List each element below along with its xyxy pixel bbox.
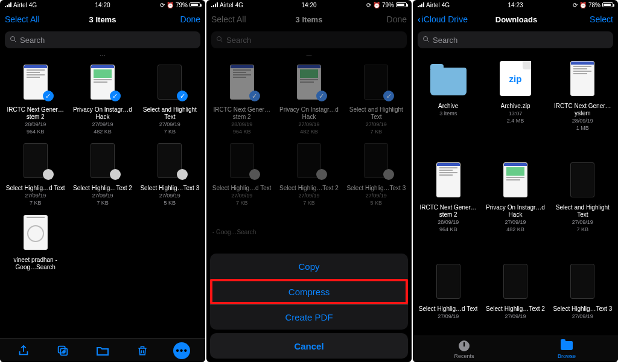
- select-button[interactable]: Select: [565, 14, 613, 24]
- file-cell[interactable]: Select Highlig…d Text27/09/19: [416, 260, 480, 343]
- file-name: Select Highlig…Text 2: [486, 305, 545, 313]
- file-cell[interactable]: zipArchive.zip13:072.4 MB: [483, 57, 547, 155]
- selection-badge[interactable]: [110, 169, 121, 180]
- file-meta: 27/09/197 KB: [25, 193, 46, 206]
- selection-badge[interactable]: ✓: [177, 91, 188, 101]
- file-meta: 27/09/197 KB: [231, 193, 252, 206]
- battery-percent: 79%: [382, 2, 394, 8]
- file-name: Select Highlig…Text 3: [346, 185, 406, 192]
- network-label: 4G: [235, 2, 243, 8]
- file-meta: 3 items: [439, 110, 457, 118]
- clock-label: 14:23: [508, 2, 523, 8]
- file-cell[interactable]: ✓Select and Highlight Text27/09/197 KB: [138, 60, 202, 135]
- selection-badge[interactable]: [177, 169, 188, 180]
- nav-bar: Select All 3 Items Done: [0, 10, 205, 29]
- file-cell: Select Highlig…Text 327/09/195 KB: [345, 139, 408, 206]
- file-meta: 28/09/19964 KB: [231, 121, 252, 135]
- tab-recents[interactable]: Recents: [413, 336, 515, 362]
- file-cell[interactable]: Select Highlig…Text 227/09/19: [483, 260, 547, 343]
- nav-title: 3 Items: [296, 15, 323, 24]
- file-cell[interactable]: IRCTC Next Gener…ystem28/09/191 MB: [551, 57, 614, 155]
- file-name: IRCTC Next Gener…stem 2: [210, 106, 273, 121]
- selection-badge[interactable]: ✓: [249, 91, 260, 101]
- file-thumb: [503, 162, 527, 197]
- duplicate-button[interactable]: [54, 342, 71, 359]
- file-cell: ✓Select and Highlight Text27/09/197 KB: [345, 60, 408, 135]
- screen-1-select-mode: Airtel 4G 14:20 ⟳ ⏰ 79% Select All 3 Ite…: [0, 0, 205, 362]
- file-name: Archive: [438, 103, 458, 110]
- file-meta: 27/09/19482 KB: [92, 121, 113, 135]
- tab-label: Recents: [454, 353, 474, 359]
- file-cell[interactable]: Select Highlig…d Text27/09/197 KB: [4, 139, 67, 206]
- selection-badge[interactable]: ✓: [110, 91, 121, 101]
- trash-button[interactable]: [134, 342, 151, 359]
- file-cell[interactable]: Select Highlig…Text 327/09/195 KB: [138, 139, 202, 206]
- nav-bar: Select All 3 Items Done: [206, 10, 412, 29]
- action-compress[interactable]: Compress: [210, 279, 408, 304]
- share-button[interactable]: [15, 342, 32, 359]
- selection-badge[interactable]: ✓: [383, 91, 394, 101]
- file-thumb: [570, 61, 594, 96]
- file-meta: 27/09/19: [572, 313, 593, 321]
- select-all-button: Select All: [211, 14, 260, 24]
- action-copy[interactable]: Copy: [210, 254, 408, 279]
- file-cell[interactable]: Select and Highlight Text27/09/197 KB: [551, 158, 614, 256]
- alarm-icon: ⏰: [579, 2, 587, 8]
- file-cell[interactable]: Select Highlig…Text 227/09/197 KB: [71, 139, 134, 206]
- selection-badge[interactable]: [383, 169, 394, 180]
- clock-label: 14:20: [95, 2, 110, 8]
- file-cell[interactable]: Archive3 items: [416, 57, 480, 155]
- selection-badge[interactable]: ✓: [316, 91, 327, 101]
- file-cell[interactable]: ✓Privacy On Instagr…d Hack27/09/19482 KB: [71, 60, 134, 135]
- done-button[interactable]: Done: [152, 14, 200, 24]
- rotation-lock-icon: ⟳: [366, 2, 371, 8]
- screen-3-browse: Airtel 4G 14:23 ⟳ ⏰ 78% ‹iCloud Drive Do…: [413, 0, 618, 362]
- selection-badge[interactable]: ✓: [43, 91, 54, 101]
- more-button[interactable]: •••: [173, 342, 190, 359]
- battery-icon: [190, 2, 200, 7]
- file-name: Select Highlig…Text 3: [140, 185, 199, 192]
- move-button[interactable]: [94, 342, 111, 359]
- selection-badge[interactable]: [316, 169, 327, 180]
- selection-badge[interactable]: [43, 169, 54, 180]
- select-all-button[interactable]: Select All: [5, 14, 53, 24]
- back-button[interactable]: ‹iCloud Drive: [418, 14, 468, 24]
- file-cell[interactable]: Select Highlig…Text 327/09/19: [551, 260, 614, 343]
- file-grid[interactable]: Archive3 itemszipArchive.zip13:072.4 MBI…: [413, 53, 618, 343]
- search-icon: [216, 36, 223, 45]
- svg-point-6: [424, 36, 428, 40]
- tab-browse[interactable]: Browse: [515, 336, 618, 362]
- alarm-icon: ⏰: [373, 2, 380, 8]
- rotation-lock-icon: ⟳: [573, 2, 578, 8]
- file-name: Select Highlig…Text 2: [279, 185, 339, 192]
- file-grid[interactable]: ✓IRCTC Next Gener…stem 228/09/19964 KB✓P…: [0, 57, 205, 272]
- file-cell[interactable]: ✓IRCTC Next Gener…stem 228/09/19964 KB: [4, 60, 67, 135]
- file-name: Select and Highlight Text: [345, 106, 408, 121]
- nav-title: Downloads: [495, 15, 537, 24]
- file-name: Select and Highlight Text: [551, 204, 614, 219]
- file-cell[interactable]: IRCTC Next Gener…stem 228/09/19964 KB: [416, 158, 480, 256]
- chevron-left-icon: ‹: [418, 14, 421, 24]
- file-cell[interactable]: Privacy On Instagr…d Hack27/09/19482 KB: [483, 158, 547, 256]
- search-input[interactable]: Search: [418, 31, 613, 48]
- file-meta: 27/09/197 KB: [92, 193, 113, 206]
- signal-icon: [211, 2, 218, 7]
- nav-title: 3 Items: [89, 15, 116, 24]
- ghost-row-label: - Goog…Search: [212, 229, 256, 235]
- cancel-button[interactable]: Cancel: [210, 333, 408, 359]
- file-meta: 28/09/19964 KB: [438, 219, 459, 233]
- file-meta: 27/09/197 KB: [298, 193, 319, 206]
- file-name: Select Highlig…d Text: [419, 305, 478, 313]
- clock-icon: [459, 340, 470, 351]
- file-cell[interactable]: vineet pradhan - Goog…Search: [4, 211, 67, 272]
- file-meta: 27/09/195 KB: [366, 193, 387, 206]
- file-meta: 27/09/195 KB: [159, 193, 180, 206]
- search-input[interactable]: Search: [5, 31, 200, 48]
- selection-badge[interactable]: [249, 169, 260, 180]
- file-name: Select Highlig…Text 3: [553, 305, 612, 313]
- file-cell: ✓IRCTC Next Gener…stem 228/09/19964 KB: [210, 60, 273, 135]
- search-input: Search: [211, 31, 407, 48]
- svg-line-5: [221, 40, 223, 42]
- action-create-pdf[interactable]: Create PDF: [210, 304, 408, 330]
- file-meta: 28/09/191 MB: [572, 118, 593, 132]
